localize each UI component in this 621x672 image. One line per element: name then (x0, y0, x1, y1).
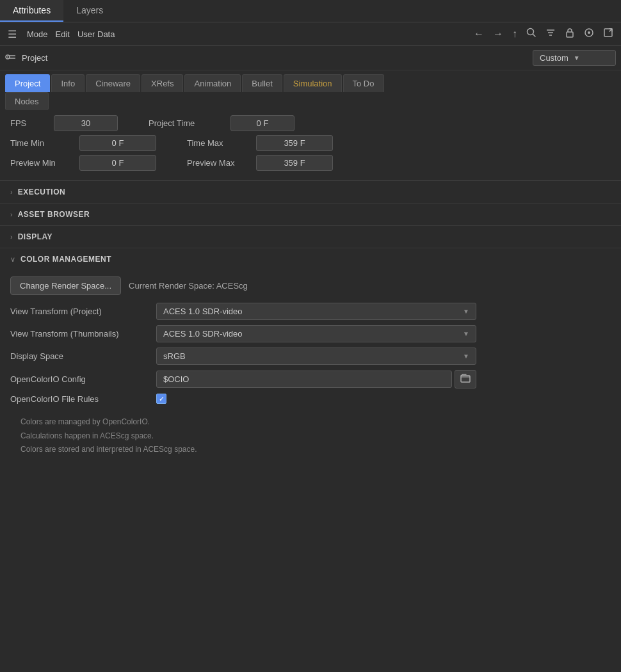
tab-cineware[interactable]: Cineware (86, 74, 140, 92)
svg-point-10 (7, 56, 8, 58)
tab-attributes[interactable]: Attributes (0, 0, 63, 22)
view-transform-thumbnails-label: View Transform (Thumbnails) (10, 329, 151, 339)
export-icon[interactable] (601, 26, 616, 42)
preview-max-label: Preview Max (187, 158, 251, 168)
execution-section: › EXECUTION (0, 180, 621, 203)
tab-info[interactable]: Info (51, 74, 85, 92)
svg-line-1 (533, 35, 536, 37)
opencolorio-config-input-row (156, 370, 476, 388)
project-icon (5, 52, 17, 63)
opencolorio-file-rules-checkbox[interactable]: ✓ (156, 394, 166, 404)
color-management-title: COLOR MANAGEMENT (20, 255, 111, 264)
tab-xrefs[interactable]: XRefs (141, 74, 183, 92)
info-text-block: Colors are managed by OpenColorIO. Calcu… (10, 409, 611, 463)
info-line-3: Colors are stored and interpreted in ACE… (20, 443, 601, 457)
view-transform-project-label: View Transform (Project) (10, 307, 151, 316)
fps-input[interactable]: 30 (54, 115, 118, 131)
edit-label[interactable]: Edit (56, 29, 70, 39)
opencolorio-config-file-button[interactable] (455, 370, 476, 388)
view-transform-thumbnails-dropdown[interactable]: ACES 1.0 SDR-video ▼ (156, 325, 476, 342)
fps-label: FPS (10, 118, 49, 128)
section-tabs: Project Info Cineware XRefs Animation Bu… (0, 70, 621, 92)
project-time-label: Project Time (149, 118, 225, 128)
forward-icon[interactable]: → (490, 27, 506, 41)
opencolorio-config-row: OpenColorIO Config (10, 370, 611, 388)
display-header[interactable]: › DISPLAY (0, 226, 621, 248)
tab-animation[interactable]: Animation (184, 74, 241, 92)
view-transform-thumbnails-row: View Transform (Thumbnails) ACES 1.0 SDR… (10, 325, 611, 342)
current-render-label: Current Render Space: ACEScg (129, 281, 248, 291)
lock-icon[interactable] (562, 26, 577, 42)
preview-min-label: Preview Min (10, 158, 74, 168)
display-space-dropdown[interactable]: sRGB ▼ (156, 348, 476, 365)
time-min-input[interactable]: 0 F (79, 135, 156, 151)
time-min-row: Time Min 0 F Time Max 359 F (10, 135, 611, 151)
time-fields-section: FPS 30 Project Time 0 F Time Min 0 F Tim… (0, 110, 621, 180)
hamburger-icon[interactable]: ☰ (5, 27, 19, 42)
time-max-input[interactable]: 359 F (256, 135, 333, 151)
opencolorio-config-input[interactable] (156, 371, 452, 388)
view-transform-project-row: View Transform (Project) ACES 1.0 SDR-vi… (10, 303, 611, 320)
toolbar: ☰ Mode Edit User Data ← → ↑ (0, 22, 621, 46)
info-line-2: Calculations happen in ACEScg space. (20, 429, 601, 444)
color-management-chevron-icon: ∨ (10, 255, 15, 264)
preview-max-input[interactable]: 359 F (256, 155, 333, 171)
opencolorio-file-rules-label: OpenColorIO File Rules (10, 394, 151, 404)
top-tab-bar: Attributes Layers (0, 0, 621, 22)
view-transform-project-arrow-icon: ▼ (463, 308, 469, 315)
asset-browser-title: ASSET BROWSER (18, 210, 90, 219)
asset-browser-section: › ASSET BROWSER (0, 203, 621, 225)
time-min-label: Time Min (10, 138, 74, 148)
search-icon[interactable] (524, 26, 539, 42)
filter-icon[interactable] (543, 26, 558, 42)
opencolorio-file-rules-row: OpenColorIO File Rules ✓ (10, 394, 611, 404)
project-label: Project (22, 53, 533, 63)
color-management-content: Change Render Space... Current Render Sp… (0, 270, 621, 474)
view-transform-thumbnails-arrow-icon: ▼ (463, 330, 469, 337)
execution-chevron-icon: › (10, 188, 13, 196)
view-transform-project-dropdown[interactable]: ACES 1.0 SDR-video ▼ (156, 303, 476, 320)
asset-browser-header[interactable]: › ASSET BROWSER (0, 204, 621, 225)
display-space-row: Display Space sRGB ▼ (10, 348, 611, 365)
custom-dropdown-label: Custom (540, 53, 569, 63)
circle-icon[interactable] (581, 26, 597, 42)
display-chevron-icon: › (10, 233, 13, 241)
change-render-space-button[interactable]: Change Render Space... (10, 276, 121, 295)
opencolorio-config-label: OpenColorIO Config (10, 374, 151, 384)
asset-browser-chevron-icon: › (10, 211, 13, 218)
svg-rect-5 (567, 32, 573, 37)
user-data-label[interactable]: User Data (77, 29, 115, 39)
tab-layers[interactable]: Layers (63, 0, 116, 22)
mode-label[interactable]: Mode (27, 29, 48, 39)
back-icon[interactable]: ← (471, 27, 487, 41)
display-space-value: sRGB (163, 351, 186, 361)
view-transform-project-value: ACES 1.0 SDR-video (163, 307, 243, 316)
info-line-1: Colors are managed by OpenColorIO. (20, 415, 601, 429)
preview-min-input[interactable]: 0 F (79, 155, 156, 171)
project-time-input[interactable]: 0 F (230, 115, 294, 131)
execution-title: EXECUTION (18, 188, 66, 196)
display-title: DISPLAY (18, 232, 52, 241)
color-management-header[interactable]: ∨ COLOR MANAGEMENT (0, 248, 621, 270)
tab-simulation[interactable]: Simulation (284, 74, 342, 92)
toolbar-right: ← → ↑ (471, 26, 616, 42)
tab-todo[interactable]: To Do (343, 74, 384, 92)
tab-project[interactable]: Project (5, 74, 50, 92)
svg-point-7 (588, 31, 590, 34)
custom-dropdown[interactable]: Custom ▼ (533, 50, 616, 66)
time-max-label: Time Max (187, 138, 251, 148)
cm-top-row: Change Render Space... Current Render Sp… (10, 276, 611, 295)
tab-nodes[interactable]: Nodes (5, 92, 49, 110)
project-row: Project Custom ▼ (0, 46, 621, 70)
dropdown-arrow-icon: ▼ (574, 54, 580, 61)
preview-min-row: Preview Min 0 F Preview Max 359 F (10, 155, 611, 171)
up-icon[interactable]: ↑ (510, 27, 520, 41)
fps-row: FPS 30 Project Time 0 F (10, 115, 611, 131)
execution-header[interactable]: › EXECUTION (0, 181, 621, 203)
color-management-section: ∨ COLOR MANAGEMENT Change Render Space..… (0, 248, 621, 474)
tab-bullet[interactable]: Bullet (242, 74, 282, 92)
display-space-label: Display Space (10, 351, 151, 361)
display-space-arrow-icon: ▼ (463, 353, 469, 360)
display-section: › DISPLAY (0, 225, 621, 248)
scroll-container[interactable]: FPS 30 Project Time 0 F Time Min 0 F Tim… (0, 110, 621, 474)
